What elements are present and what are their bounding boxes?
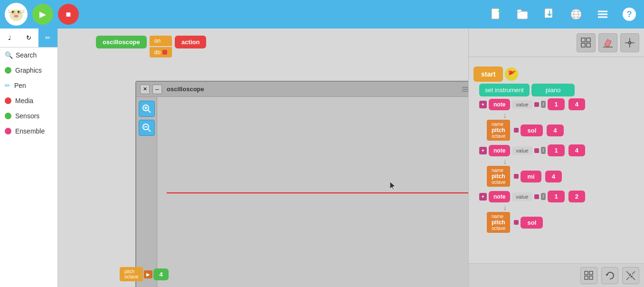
sidebar-item-sensors[interactable]: Sensors: [0, 108, 57, 124]
bottom-grid-button[interactable]: [580, 267, 597, 284]
open-file-button[interactable]: [513, 4, 533, 24]
note3-num1[interactable]: 1: [548, 191, 564, 202]
sidebar-pen-label: Pen: [14, 82, 26, 89]
pitch2-block[interactable]: name pitch octave: [487, 166, 510, 187]
bottom-undo-button[interactable]: [601, 267, 618, 284]
start-block[interactable]: start: [474, 67, 503, 82]
note2-four[interactable]: 4: [545, 171, 562, 182]
note2-row: ✦ note value / 1 4: [479, 144, 639, 156]
sidebar-item-graphics[interactable]: Graphics: [0, 63, 57, 78]
sidebar-sensors-label: Sensors: [15, 112, 39, 120]
note3-arrow: ↓: [479, 203, 639, 212]
note3-connector: [534, 194, 539, 199]
note1-num1[interactable]: 1: [548, 98, 564, 110]
drag-line-1: [462, 87, 468, 88]
new-file-button[interactable]: [486, 4, 506, 24]
svg-rect-14: [545, 9, 552, 18]
note2-arrow: ↓: [479, 157, 639, 166]
pitch3-octave-label: octave: [492, 226, 505, 231]
note1-block[interactable]: note: [489, 99, 510, 110]
canvas-area[interactable]: oscilloscope on do action ✕ ─ oscillosco…: [58, 29, 468, 287]
zoom-out-icon: [142, 123, 152, 133]
svg-rect-38: [587, 43, 590, 47]
sidebar-ensemble-label: Ensemble: [15, 127, 45, 135]
note2-num4[interactable]: 4: [568, 144, 585, 156]
pitch3-label: pitch: [492, 219, 505, 226]
osc-title: oscilloscope: [165, 86, 455, 93]
set-instrument-block[interactable]: set instrument: [479, 84, 530, 96]
svg-marker-48: [630, 41, 632, 44]
toolbar: ▶ ■: [0, 0, 644, 29]
pitch2-label: pitch: [492, 173, 505, 180]
globe-button[interactable]: [566, 4, 586, 24]
stop-button[interactable]: ■: [58, 4, 79, 25]
menu-button[interactable]: [593, 4, 613, 24]
sidebar-tabs: ♩ ↻ ✏: [0, 29, 57, 48]
blocks-container: start 🚩 set instrument piano ✦ note valu…: [469, 62, 644, 239]
pitch1-label: pitch: [492, 127, 505, 134]
sidebar-tab-notes[interactable]: ♩: [0, 29, 19, 47]
note2-mi[interactable]: mi: [521, 171, 541, 182]
sidebar-item-pen[interactable]: ✏ Pen: [0, 78, 57, 93]
osc-canvas: [157, 97, 468, 287]
action-block[interactable]: action: [175, 36, 206, 48]
search-icon: 🔍: [5, 51, 13, 59]
pitch-bottom-label[interactable]: pitch octave: [120, 267, 143, 281]
osc-minimize-button[interactable]: ─: [152, 85, 162, 94]
osc-zoom-in-button[interactable]: [139, 101, 155, 117]
sidebar-item-ensemble[interactable]: Ensemble: [0, 124, 57, 139]
note-group-3: ✦ note value / 1 2 ↓ name pitch octave: [479, 191, 639, 233]
osc-drag-handle[interactable]: [462, 87, 468, 92]
svg-line-8: [22, 10, 25, 11]
note3-block[interactable]: note: [489, 191, 510, 202]
osc-close-button[interactable]: ✕: [140, 85, 150, 94]
app-logo: [5, 3, 28, 26]
note2-value-label: value: [512, 146, 532, 155]
menu-icon: [596, 8, 609, 21]
svg-rect-52: [589, 276, 593, 279]
svg-rect-51: [585, 276, 588, 279]
sidebar-search-label: Search: [16, 51, 37, 59]
sidebar-tab-refresh[interactable]: ↻: [19, 29, 38, 47]
note2-num1[interactable]: 1: [548, 144, 564, 156]
note1-num4[interactable]: 4: [568, 98, 585, 110]
note3-num2[interactable]: 2: [568, 191, 585, 202]
num-4-block[interactable]: 4: [153, 268, 168, 280]
sidebar-item-media[interactable]: Media: [0, 93, 57, 108]
osc-waveform-line: [167, 192, 468, 193]
svg-marker-39: [605, 39, 611, 47]
download-button[interactable]: [540, 4, 559, 24]
start-block-row: start 🚩: [474, 67, 639, 82]
new-file-icon: [490, 8, 503, 21]
note1-sol[interactable]: sol: [521, 124, 543, 136]
svg-text:?: ?: [627, 10, 632, 19]
bottom-compress-button[interactable]: [622, 267, 639, 284]
oscilloscope-block[interactable]: oscilloscope: [96, 36, 147, 48]
pitch1-row: name pitch octave sol 4: [487, 120, 639, 141]
note1-value-label: value: [512, 100, 532, 109]
octave-connector: ▶: [144, 270, 152, 278]
help-button[interactable]: ?: [619, 4, 639, 24]
bottom-compress-icon: [626, 271, 635, 280]
sidebar-item-search[interactable]: 🔍 Search: [0, 48, 57, 63]
grid-button[interactable]: [577, 33, 596, 52]
svg-point-5: [14, 15, 19, 18]
download-icon: [543, 8, 556, 21]
do-block[interactable]: do: [150, 47, 172, 57]
pitch3-row: name pitch octave sol: [487, 212, 639, 233]
piano-block[interactable]: piano: [531, 84, 575, 96]
note1-four[interactable]: 4: [547, 124, 563, 136]
note2-block[interactable]: note: [489, 145, 510, 156]
note3-sol[interactable]: sol: [521, 217, 543, 229]
pitch1-block[interactable]: name pitch octave: [487, 120, 510, 141]
on-block[interactable]: on: [150, 36, 172, 46]
eraser-button[interactable]: [598, 33, 617, 52]
grid-icon: [581, 38, 591, 48]
compress-button[interactable]: [620, 33, 639, 52]
sidebar-tab-pen[interactable]: ✏: [38, 29, 57, 47]
svg-point-3: [12, 11, 14, 13]
pitch3-block[interactable]: name pitch octave: [487, 212, 510, 233]
play-button[interactable]: ▶: [32, 4, 53, 25]
osc-zoom-out-button[interactable]: [139, 120, 155, 136]
sidebar-graphics-label: Graphics: [15, 67, 42, 74]
